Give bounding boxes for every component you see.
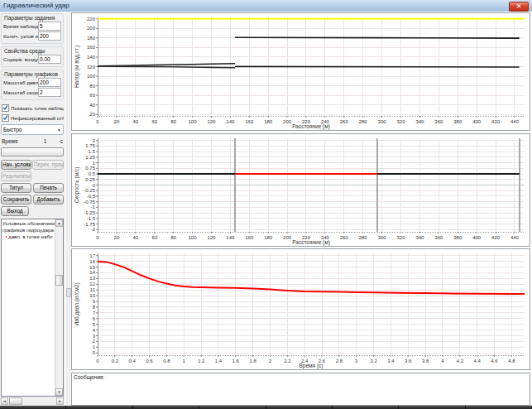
svg-text:440: 440 [510, 119, 520, 124]
air-content-input[interactable]: 0.00 [38, 55, 61, 64]
window-titlebar: Гидравлический удар ✕ [0, 0, 532, 12]
svg-text:0.4: 0.4 [129, 358, 137, 363]
checkbox-label: Показать точки наблюдения [11, 105, 64, 111]
scroll-left-icon[interactable]: ◄ [1, 397, 8, 405]
speed-select-value: Быстро [3, 127, 22, 132]
svg-text:300: 300 [378, 119, 387, 124]
scrollbar-thumb[interactable] [55, 275, 63, 286]
svg-text:420: 420 [491, 235, 501, 240]
svg-text:380: 380 [453, 119, 463, 124]
svg-text:320: 320 [397, 119, 406, 124]
svg-text:320: 320 [397, 235, 406, 240]
legend-vertical-scrollbar[interactable]: ▲ ▼ [55, 219, 63, 396]
initial-conditions-button[interactable]: Нач. условия [1, 160, 31, 170]
svg-text:1.4: 1.4 [215, 358, 223, 363]
svg-text:0: 0 [96, 119, 99, 124]
svg-text:360: 360 [434, 235, 443, 240]
legend-line-1: Условные обозначения [2, 220, 54, 227]
taskbar-strip [0, 406, 532, 409]
svg-text:180: 180 [87, 36, 96, 41]
svg-text:4.4: 4.4 [473, 358, 481, 363]
group-title: Свойства среды [4, 48, 61, 54]
field-row: Масштаб давления 200 [3, 78, 61, 87]
transient-process-button[interactable]: Перех. процесс [32, 160, 64, 170]
svg-text:100: 100 [87, 74, 96, 79]
svg-text:5: 5 [93, 322, 96, 327]
svg-text:1.6: 1.6 [232, 358, 240, 363]
save-button[interactable]: Сохранить [1, 195, 31, 204]
svg-text:160: 160 [245, 119, 254, 124]
chevron-down-icon: ▼ [57, 128, 61, 132]
svg-text:1.2: 1.2 [198, 358, 205, 363]
svg-text:0.2: 0.2 [112, 358, 119, 363]
velocity-scale-input[interactable]: 2 [38, 88, 61, 97]
close-icon: ✕ [516, 2, 522, 10]
chart-velocity-vs-distance: 21.751.51.2510.750.50.250-0.25-0.5-0.75-… [71, 133, 530, 247]
exit-button[interactable]: Выход [1, 206, 29, 216]
field-row: Время наблюдения 5 [3, 22, 61, 31]
svg-text:Напор (м вод.ст.): Напор (м вод.ст.) [74, 46, 80, 88]
svg-text:Скорость (м/с): Скорость (м/с) [74, 167, 80, 204]
add-button[interactable]: Добавить [33, 195, 64, 204]
svg-text:7: 7 [93, 310, 96, 315]
svg-text:-1.25: -1.25 [84, 210, 95, 215]
svg-text:3.2: 3.2 [370, 358, 377, 363]
messages-panel: Сообщения: [71, 373, 530, 406]
checkbox-icon [2, 104, 9, 112]
speed-select[interactable]: Быстро ▼ [1, 124, 64, 135]
nodes-count-input[interactable]: 200 [38, 31, 61, 41]
svg-text:0.25: 0.25 [85, 177, 95, 182]
svg-text:20: 20 [114, 235, 120, 240]
scroll-right-icon[interactable]: ► [56, 397, 64, 405]
time-label: Время [2, 138, 44, 144]
svg-text:15: 15 [89, 265, 95, 270]
checkbox-show-observation-points[interactable]: Показать точки наблюдения [2, 104, 64, 112]
svg-text:17: 17 [89, 253, 95, 258]
svg-text:3.8: 3.8 [422, 358, 429, 363]
results-button[interactable]: Результаты [1, 171, 31, 181]
legend-item: давл. в точке набл. [2, 233, 54, 240]
svg-text:40: 40 [132, 119, 138, 124]
chart-pressure-vs-time: 0123456789101112131415161700.20.40.60.81… [71, 248, 530, 370]
svg-text:0: 0 [96, 235, 99, 240]
scroll-down-icon[interactable]: ▼ [55, 388, 63, 396]
legend-listbox[interactable]: Условные обозначения графиков гидроудара… [1, 219, 64, 397]
svg-text:160: 160 [87, 45, 96, 50]
print-button[interactable]: Печать [33, 183, 64, 193]
svg-text:380: 380 [453, 235, 463, 240]
svg-text:140: 140 [226, 119, 235, 124]
group-title: Параметры графиков [4, 71, 61, 77]
svg-text:1.8: 1.8 [249, 358, 256, 363]
legend-text: Условные обозначения графиков гидроудара… [2, 219, 55, 396]
svg-text:Изб.давл.(кг/см2): Изб.давл.(кг/см2) [74, 282, 80, 325]
svg-text:140: 140 [87, 55, 96, 60]
svg-text:420: 420 [491, 119, 501, 124]
svg-text:3.6: 3.6 [405, 358, 412, 363]
charts-area: 2040608010012014016018020022002040608010… [71, 12, 532, 406]
checkbox-unfixed-offtake[interactable]: Нефиксированный отбор [2, 114, 64, 122]
scroll-up-icon[interactable]: ▲ [55, 219, 63, 227]
chart-head-vs-distance: 2040608010012014016018020022002040608010… [71, 12, 530, 131]
group-title: Параметры задания [4, 15, 61, 21]
svg-text:-1.75: -1.75 [84, 222, 95, 227]
svg-text:2.2: 2.2 [284, 358, 291, 363]
svg-text:140: 140 [226, 235, 235, 240]
title-page-button[interactable]: Титул [1, 183, 31, 193]
observation-time-input[interactable]: 5 [38, 22, 61, 31]
svg-text:260: 260 [340, 235, 349, 240]
close-button[interactable]: ✕ [509, 2, 529, 12]
svg-text:-0.75: -0.75 [84, 200, 95, 204]
scrollbar-thumb[interactable] [9, 397, 22, 405]
svg-text:16: 16 [89, 259, 95, 264]
svg-text:6: 6 [93, 316, 96, 321]
svg-text:400: 400 [472, 119, 482, 124]
svg-text:0.5: 0.5 [89, 171, 96, 176]
svg-text:120: 120 [207, 119, 216, 124]
pressure-scale-input[interactable]: 200 [38, 78, 61, 87]
legend-item-label: давл. в точке набл. [8, 233, 54, 240]
svg-text:4.8: 4.8 [508, 358, 515, 363]
svg-text:3: 3 [355, 358, 358, 363]
legend-horizontal-scrollbar[interactable]: ◄ ► [1, 397, 64, 405]
svg-text:400: 400 [472, 235, 482, 240]
svg-text:-1: -1 [91, 204, 96, 209]
